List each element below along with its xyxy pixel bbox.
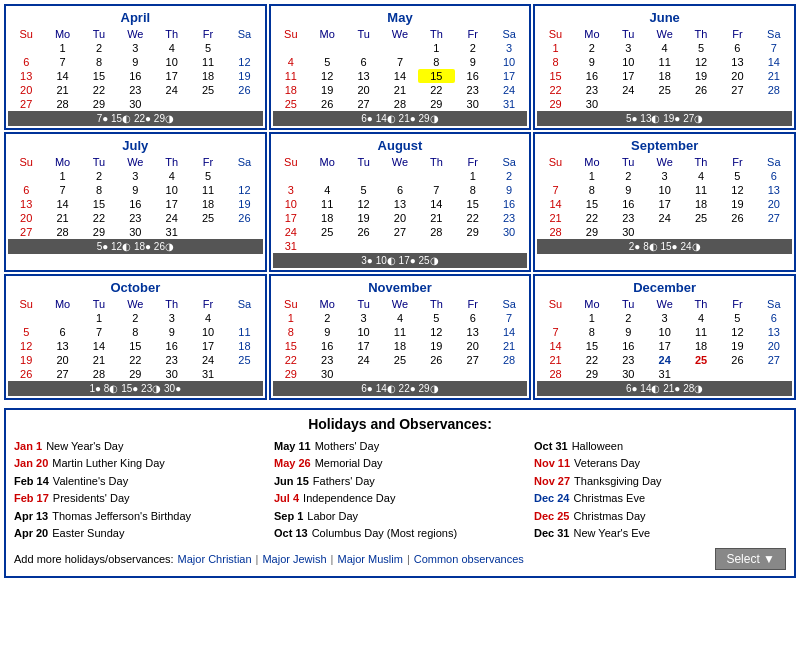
day-cell[interactable]: 15: [273, 339, 309, 353]
day-cell[interactable]: 2: [610, 169, 646, 183]
day-cell[interactable]: 13: [756, 325, 792, 339]
day-cell[interactable]: 3: [273, 183, 309, 197]
day-cell[interactable]: 8: [81, 183, 117, 197]
day-cell[interactable]: 30: [309, 367, 345, 381]
day-cell[interactable]: 2: [610, 311, 646, 325]
day-cell[interactable]: 14: [418, 197, 454, 211]
day-cell[interactable]: 3: [491, 41, 527, 55]
day-cell[interactable]: 27: [44, 367, 80, 381]
day-cell[interactable]: 26: [719, 211, 755, 225]
day-cell[interactable]: 28: [537, 367, 573, 381]
day-cell[interactable]: 3: [345, 311, 381, 325]
day-cell[interactable]: 29: [537, 97, 573, 111]
day-cell[interactable]: 15: [81, 197, 117, 211]
day-cell[interactable]: 5: [418, 311, 454, 325]
day-cell[interactable]: 30: [117, 225, 153, 239]
day-cell[interactable]: 16: [309, 339, 345, 353]
day-cell[interactable]: 12: [8, 339, 44, 353]
day-cell[interactable]: 17: [273, 211, 309, 225]
day-cell[interactable]: 26: [226, 83, 262, 97]
day-cell[interactable]: 28: [382, 97, 418, 111]
day-cell[interactable]: 17: [190, 339, 226, 353]
day-cell[interactable]: 27: [756, 353, 792, 367]
day-cell[interactable]: 18: [226, 339, 262, 353]
day-cell[interactable]: 22: [117, 353, 153, 367]
day-cell[interactable]: 27: [756, 211, 792, 225]
day-cell[interactable]: 27: [8, 97, 44, 111]
day-cell[interactable]: 14: [44, 197, 80, 211]
day-cell[interactable]: 9: [610, 183, 646, 197]
day-cell[interactable]: 23: [154, 353, 190, 367]
day-cell[interactable]: 6: [756, 311, 792, 325]
day-cell[interactable]: 30: [117, 97, 153, 111]
day-cell[interactable]: 14: [537, 197, 573, 211]
day-cell[interactable]: 12: [683, 55, 719, 69]
day-cell[interactable]: 4: [646, 41, 682, 55]
day-cell[interactable]: 18: [190, 197, 226, 211]
day-cell[interactable]: 19: [345, 211, 381, 225]
day-cell[interactable]: 16: [610, 339, 646, 353]
day-cell[interactable]: 24: [646, 211, 682, 225]
day-cell[interactable]: 10: [646, 183, 682, 197]
day-cell[interactable]: 25: [646, 83, 682, 97]
day-cell[interactable]: 27: [455, 353, 491, 367]
day-cell[interactable]: 2: [455, 41, 491, 55]
day-cell[interactable]: 9: [455, 55, 491, 69]
day-cell[interactable]: 6: [44, 325, 80, 339]
day-cell[interactable]: 13: [382, 197, 418, 211]
day-cell[interactable]: 12: [226, 183, 262, 197]
day-cell[interactable]: 28: [756, 83, 792, 97]
day-cell[interactable]: 18: [190, 69, 226, 83]
day-cell[interactable]: 13: [44, 339, 80, 353]
day-cell[interactable]: 22: [81, 83, 117, 97]
day-cell[interactable]: 20: [756, 339, 792, 353]
day-cell[interactable]: 7: [491, 311, 527, 325]
day-cell[interactable]: 21: [44, 211, 80, 225]
day-cell[interactable]: 4: [190, 311, 226, 325]
day-cell[interactable]: 6: [8, 55, 44, 69]
day-cell[interactable]: 19: [8, 353, 44, 367]
day-cell[interactable]: 19: [683, 69, 719, 83]
day-cell[interactable]: 22: [418, 83, 454, 97]
day-cell[interactable]: 1: [44, 41, 80, 55]
day-cell[interactable]: 17: [646, 339, 682, 353]
day-cell[interactable]: 1: [455, 169, 491, 183]
day-cell[interactable]: 26: [226, 211, 262, 225]
day-cell[interactable]: 1: [81, 311, 117, 325]
day-cell[interactable]: 30: [491, 225, 527, 239]
day-cell[interactable]: 5: [719, 169, 755, 183]
day-cell[interactable]: 16: [117, 197, 153, 211]
day-cell[interactable]: 29: [418, 97, 454, 111]
day-cell[interactable]: 20: [719, 69, 755, 83]
day-cell[interactable]: 9: [491, 183, 527, 197]
day-cell[interactable]: 31: [190, 367, 226, 381]
day-cell[interactable]: 24: [345, 353, 381, 367]
day-cell[interactable]: 3: [646, 169, 682, 183]
day-cell[interactable]: 6: [8, 183, 44, 197]
day-cell[interactable]: 30: [610, 225, 646, 239]
day-cell[interactable]: 20: [382, 211, 418, 225]
day-cell[interactable]: 11: [190, 55, 226, 69]
day-cell[interactable]: 3: [117, 41, 153, 55]
day-cell[interactable]: 9: [154, 325, 190, 339]
day-cell[interactable]: 6: [756, 169, 792, 183]
day-cell[interactable]: 25: [683, 353, 719, 367]
day-cell[interactable]: 18: [646, 69, 682, 83]
day-cell[interactable]: 25: [309, 225, 345, 239]
day-cell[interactable]: 15: [574, 197, 610, 211]
day-cell[interactable]: 19: [226, 197, 262, 211]
day-cell[interactable]: 20: [8, 211, 44, 225]
day-cell[interactable]: 21: [537, 353, 573, 367]
day-cell[interactable]: 22: [81, 211, 117, 225]
day-cell[interactable]: 5: [8, 325, 44, 339]
day-cell[interactable]: 5: [190, 41, 226, 55]
day-cell[interactable]: 9: [117, 183, 153, 197]
day-cell[interactable]: 4: [382, 311, 418, 325]
day-cell[interactable]: 8: [574, 183, 610, 197]
day-cell[interactable]: 15: [574, 339, 610, 353]
day-cell[interactable]: 21: [491, 339, 527, 353]
day-cell[interactable]: 7: [382, 55, 418, 69]
day-cell[interactable]: 26: [418, 353, 454, 367]
day-cell[interactable]: 25: [226, 353, 262, 367]
day-cell[interactable]: 4: [154, 169, 190, 183]
